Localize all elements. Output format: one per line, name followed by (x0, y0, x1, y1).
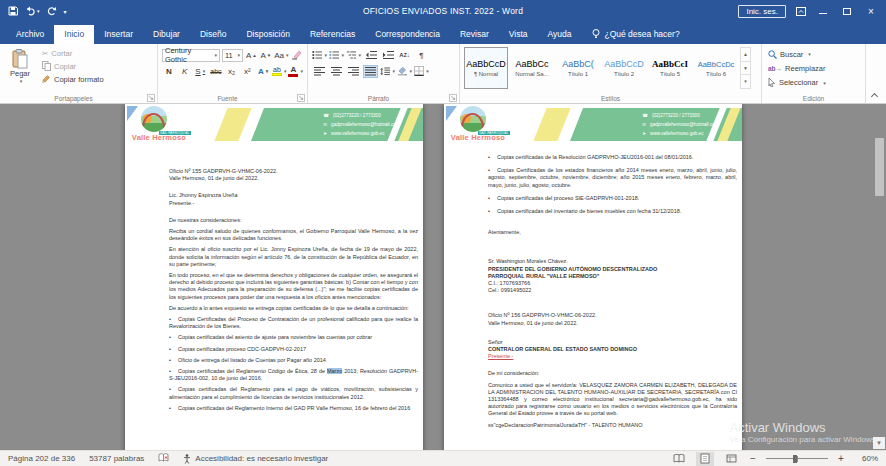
web-layout-icon[interactable] (722, 452, 740, 466)
tab-insertar[interactable]: Insertar (94, 25, 143, 44)
find-button[interactable]: Buscar (766, 47, 861, 61)
zoom-slider-thumb[interactable] (793, 455, 797, 463)
italic-button[interactable]: K (178, 65, 192, 78)
tab-correspondencia[interactable]: Correspondencia (365, 25, 450, 44)
clear-formatting-icon[interactable] (290, 49, 303, 62)
tab-diseno[interactable]: Diseño (190, 25, 236, 44)
style-titulo-1[interactable]: AaBbC( Título 1 (556, 47, 600, 89)
collapse-ribbon-icon[interactable] (871, 92, 878, 99)
underline-button[interactable]: S (193, 65, 207, 78)
paragraph-dialog-launcher-icon[interactable]: ↘ (449, 94, 457, 102)
font-size-combobox[interactable]: 11▾ (222, 49, 243, 62)
page-left[interactable]: Valle Hermoso GAD PARROQUIAL ☎(02)277322… (125, 104, 423, 450)
clipboard-dialog-launcher-icon[interactable]: ↘ (147, 94, 155, 102)
change-case-button[interactable]: Aa (274, 49, 288, 62)
page-indicator[interactable]: Página 202 de 336 (8, 454, 75, 463)
document-canvas[interactable]: Valle Hermoso GAD PARROQUIAL ☎(02)277322… (0, 104, 886, 450)
borders-icon[interactable] (414, 65, 429, 78)
tab-archivo[interactable]: Archivo (6, 25, 54, 44)
tab-disposicion[interactable]: Disposición (236, 25, 299, 44)
zoom-out-button[interactable]: − (748, 453, 758, 464)
proofing-icon[interactable] (158, 453, 169, 465)
styles-more-icon[interactable]: ▾ (741, 74, 750, 88)
scrollbar-thumb[interactable] (875, 138, 884, 196)
accessibility-status[interactable]: Accesibilidad: es necesario investigar (183, 454, 328, 464)
style-normal-sa[interactable]: AaBbCc Normal Sa... (510, 47, 554, 89)
vertical-scrollbar[interactable]: ▼ (873, 104, 886, 450)
tab-revisar[interactable]: Revisar (450, 25, 499, 44)
copy-button[interactable]: Copiar (40, 60, 106, 72)
style-titulo-5[interactable]: AaBbCcI Título 5 (648, 47, 692, 89)
bullet-item: •Copias certificadas del proceso SIE-GAD… (488, 195, 737, 202)
tab-inicio[interactable]: Inicio (54, 25, 94, 44)
letter-body: Oficio Nº 155 GADPRVH-G-VHMC-06-2022. Va… (125, 148, 423, 412)
close-button[interactable]: × (864, 6, 878, 17)
minimize-button[interactable] (816, 6, 830, 17)
show-paragraph-marks-icon[interactable]: ¶ (414, 49, 429, 62)
align-center-icon[interactable] (329, 65, 344, 78)
replace-button[interactable]: ab→Reemplazar (766, 61, 861, 75)
bullets-icon[interactable] (312, 49, 327, 62)
superscript-button[interactable]: x² (241, 65, 255, 78)
print-layout-icon[interactable] (696, 452, 714, 466)
bold-button[interactable]: N (162, 65, 176, 78)
style-titulo-2[interactable]: AaBbCcD Título 2 (602, 47, 646, 89)
zoom-in-button[interactable]: + (836, 453, 846, 464)
multilevel-list-icon[interactable] (346, 49, 361, 62)
justify-icon[interactable] (363, 65, 378, 78)
bullet-item: •Copias certificadas del asiento de ajus… (169, 334, 418, 341)
zoom-slider[interactable] (766, 454, 828, 464)
tab-referencias[interactable]: Referencias (300, 25, 365, 44)
salutation: De mi consideración: (488, 370, 737, 377)
tab-vista[interactable]: Vista (499, 25, 538, 44)
shrink-font-button[interactable]: A▼ (260, 49, 273, 62)
styles-scroll-up-icon[interactable]: ▲ (741, 48, 750, 61)
font-name-combobox[interactable]: Century Gothic▾ (162, 49, 220, 62)
text-effects-button[interactable]: A (256, 65, 270, 78)
line-spacing-icon[interactable] (380, 65, 395, 78)
tell-me-box[interactable]: ¿Qué desea hacer? (582, 25, 690, 44)
sign-in-button[interactable]: Inic. ses. (738, 5, 786, 18)
select-button[interactable]: Seleccionar (766, 76, 861, 90)
grow-font-button[interactable]: A▲ (245, 49, 258, 62)
group-edicion: Buscar ab→Reemplazar Seleccionar Edición (762, 44, 866, 103)
ribbon-display-options-icon[interactable] (796, 2, 806, 20)
paste-button[interactable]: Pegar (4, 47, 36, 90)
shading-icon[interactable] (397, 65, 412, 78)
styles-gallery-scrollbar[interactable]: ▲ ▼ ▾ (740, 47, 751, 89)
group-parrafo: AZ↓ ¶ Párrafo ↘ (308, 44, 460, 103)
subscript-button[interactable]: x₂ (225, 65, 239, 78)
page-right[interactable]: Valle Hermoso GAD PARROQUIAL ☎(02)277322… (444, 104, 742, 450)
increase-indent-icon[interactable] (380, 49, 395, 62)
format-painter-button[interactable]: Copiar formato (40, 73, 106, 85)
numbering-icon[interactable] (329, 49, 344, 62)
redo-icon[interactable] (47, 6, 57, 16)
word-count[interactable]: 53787 palabras (89, 454, 144, 463)
align-right-icon[interactable] (346, 65, 361, 78)
font-dialog-launcher-icon[interactable]: ↘ (297, 94, 305, 102)
paragraph: De acuerdo a lo antes expuesto se entreg… (169, 305, 418, 312)
align-left-icon[interactable] (312, 65, 327, 78)
read-mode-icon[interactable] (670, 452, 688, 466)
logo-brand-subtext: GAD PARROQUIAL (478, 131, 510, 135)
scroll-down-icon[interactable]: ▼ (873, 437, 885, 449)
style-normal[interactable]: AaBbCcD ¶ Normal (464, 47, 508, 89)
font-color-button[interactable]: A (288, 65, 303, 78)
undo-icon[interactable]: ▾ (25, 6, 40, 16)
strikethrough-button[interactable]: abc (209, 65, 223, 78)
highlight-color-button[interactable]: ab (272, 65, 287, 78)
sort-icon[interactable]: AZ↓ (397, 49, 412, 62)
decrease-indent-icon[interactable] (363, 49, 378, 62)
restore-button[interactable] (840, 6, 854, 17)
zoom-level[interactable]: 60% (854, 454, 878, 463)
customize-qat-icon[interactable]: ▾ (64, 8, 67, 15)
signature-title: PRESIDENTE DEL GOBIERNO AUTÓNOMO DESCENT… (488, 266, 737, 273)
cut-button[interactable]: ✂Cortar (40, 48, 106, 59)
bullet-item: •Copias certificadas del inventario de b… (488, 208, 737, 215)
ribbon: Pegar ✂Cortar Copiar Copiar formato Port… (0, 44, 886, 104)
tab-dibujar[interactable]: Dibujar (143, 25, 190, 44)
tab-ayuda[interactable]: Ayuda (538, 25, 582, 44)
styles-scroll-down-icon[interactable]: ▼ (741, 61, 750, 75)
style-titulo-6[interactable]: AaBbCcDc Título 6 (694, 47, 738, 89)
save-icon[interactable] (8, 6, 18, 16)
